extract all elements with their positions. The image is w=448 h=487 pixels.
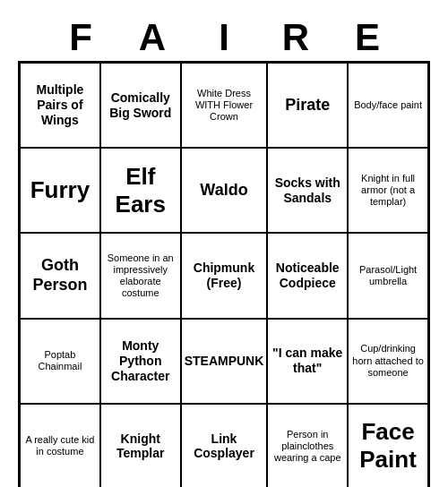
bingo-cell: "I can make that" xyxy=(267,319,348,404)
bingo-cell: Furry xyxy=(20,148,100,233)
bingo-card: FAIRE Multiple Pairs of WingsComically B… xyxy=(18,11,430,487)
bingo-cell: Knight Templar xyxy=(100,404,181,487)
bingo-cell: Person in plainclothes wearing a cape xyxy=(267,404,348,487)
bingo-cell: Comically Big Sword xyxy=(100,63,181,148)
bingo-cell: A really cute kid in costume xyxy=(20,404,100,487)
bingo-cell: Cup/drinking horn attached to someone xyxy=(348,319,428,404)
bingo-cell: Poptab Chainmail xyxy=(20,319,100,404)
bingo-cell: Parasol/Light umbrella xyxy=(348,233,428,318)
header-row: FAIRE xyxy=(18,11,430,61)
bingo-cell: Noticeable Codpiece xyxy=(267,233,348,318)
header-letter: R xyxy=(260,16,332,59)
bingo-cell: STEAMPUNK xyxy=(181,319,268,404)
bingo-cell: Waldo xyxy=(181,148,268,233)
header-letter: A xyxy=(116,16,188,59)
bingo-cell: Elf Ears xyxy=(100,148,181,233)
bingo-grid: Multiple Pairs of WingsComically Big Swo… xyxy=(18,61,430,487)
bingo-cell: Knight in full armor (not a templar) xyxy=(348,148,428,233)
header-letter: F xyxy=(45,16,116,59)
header xyxy=(18,0,430,11)
bingo-cell: Multiple Pairs of Wings xyxy=(20,63,100,148)
bingo-cell: Face Paint xyxy=(348,404,428,487)
bingo-cell: Someone in an impressively elaborate cos… xyxy=(100,233,181,318)
bingo-cell: Pirate xyxy=(267,63,348,148)
bingo-cell: Body/face paint xyxy=(348,63,428,148)
bingo-cell: Goth Person xyxy=(20,233,100,318)
header-letter: I xyxy=(188,16,260,59)
bingo-cell: Chipmunk (Free) xyxy=(181,233,268,318)
bingo-cell: Monty Python Character xyxy=(100,319,181,404)
bingo-cell: Link Cosplayer xyxy=(181,404,268,487)
header-letter: E xyxy=(332,16,403,59)
bingo-cell: Socks with Sandals xyxy=(267,148,348,233)
bingo-cell: White Dress WITH Flower Crown xyxy=(181,63,268,148)
